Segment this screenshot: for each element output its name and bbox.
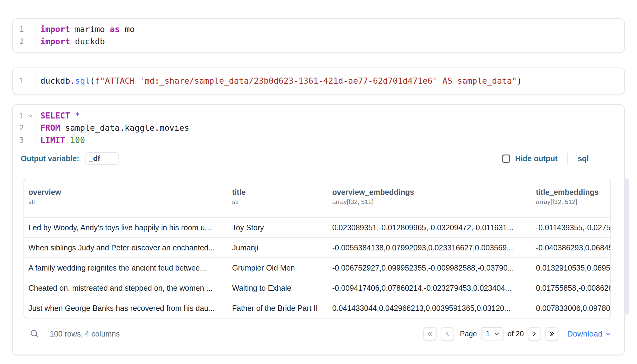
- cell-title-embeddings: 0.007833006,0.097801: [532, 304, 610, 313]
- table-header-row: overview str title str overview_embeddin…: [24, 179, 610, 217]
- table-row: When siblings Judy and Peter discover an…: [24, 237, 610, 257]
- toolbar-divider: [567, 153, 568, 164]
- chevron-down-icon: [494, 331, 500, 337]
- pagination: Page 1 of 20: [423, 327, 559, 340]
- cell-overview: Just when George Banks has recovered fro…: [24, 304, 228, 313]
- code-token: ): [517, 76, 522, 86]
- column-name: title_embeddings: [536, 187, 610, 197]
- code-area: import marimo as mo import duckdb: [35, 23, 624, 48]
- page-label: Page: [460, 329, 477, 338]
- column-dtype: str: [232, 198, 328, 206]
- page-select-value: 1: [486, 329, 490, 338]
- line-number-gutter: 1 2 3: [13, 110, 35, 146]
- cell-title: Waiting to Exhale: [228, 284, 328, 293]
- cell-title-embeddings: 0.01755858,-0.0086286: [532, 284, 610, 293]
- code-token: mo: [125, 24, 135, 34]
- keyword-token: import: [40, 37, 75, 46]
- column-name: overview_embeddings: [332, 187, 532, 197]
- column-dtype: array[f32, 512]: [332, 198, 532, 206]
- number-token: 100: [70, 135, 85, 145]
- cell-overview-embeddings: -0.009417406,0.07860214,-0.023279453,0.0…: [328, 284, 532, 293]
- cell-title: Father of the Bride Part II: [228, 304, 328, 313]
- hide-output-label[interactable]: Hide output: [515, 154, 558, 163]
- line-number: 1: [20, 25, 24, 34]
- table-row: Just when George Banks has recovered fro…: [24, 298, 610, 318]
- line-number: 2: [20, 37, 24, 46]
- cell-overview-embeddings: 0.023089351,-0.012809965,-0.03209472,-0.…: [328, 223, 532, 232]
- code-token: marimo: [75, 24, 110, 34]
- chevron-down-icon: [605, 331, 611, 337]
- code-line: import marimo as mo: [40, 23, 624, 35]
- cell-title: Jumanji: [228, 243, 328, 252]
- code-token: (: [90, 76, 95, 86]
- line-number: 1: [20, 77, 24, 85]
- column-header-overview[interactable]: overview str: [24, 187, 228, 206]
- table-row: A family wedding reignites the ancient f…: [24, 257, 610, 278]
- download-label: Download: [567, 329, 602, 339]
- cell-title: Toy Story: [228, 223, 328, 232]
- cell-overview: Cheated on, mistreated and stepped on, t…: [24, 284, 228, 293]
- table-row: Led by Woody, Andy's toys live happily i…: [24, 217, 610, 237]
- column-name: overview: [28, 187, 228, 197]
- column-header-title[interactable]: title str: [228, 187, 328, 206]
- output-area: overview str title str overview_embeddin…: [13, 168, 624, 318]
- code-cell-imports: 1 2 import marimo as mo import duckdb: [12, 18, 625, 53]
- first-page-button[interactable]: [423, 327, 437, 340]
- code-editor[interactable]: 1 2 import marimo as mo import duckdb: [13, 23, 624, 48]
- function-token: sql: [75, 76, 90, 86]
- previous-page-button[interactable]: [441, 327, 454, 340]
- search-icon[interactable]: [30, 329, 39, 339]
- sql-cell-toolbar: Output variable: Hide output sql: [13, 149, 624, 168]
- language-label[interactable]: sql: [578, 154, 589, 163]
- code-token: duckdb: [40, 76, 70, 86]
- code-token: duckdb: [75, 37, 105, 46]
- table-row: Cheated on, mistreated and stepped on, t…: [24, 278, 610, 298]
- cell-title-embeddings: -0.011439355,-0.02752: [532, 223, 610, 232]
- cell-title-embeddings: 0.0132910535,0.06958: [532, 264, 610, 272]
- cell-overview-embeddings: -0.0055384138,0.07992093,0.023316627,0.0…: [328, 243, 532, 252]
- line-number: 3: [20, 136, 24, 144]
- code-editor[interactable]: 1 duckdb.sql(f"ATTACH 'md:_share/sample_…: [13, 75, 624, 87]
- cell-overview: When siblings Judy and Peter discover an…: [24, 243, 228, 252]
- download-button[interactable]: Download: [567, 329, 611, 339]
- cell-overview: A family wedding reignites the ancient f…: [24, 264, 228, 272]
- keyword-token: LIMIT: [40, 135, 70, 145]
- code-editor[interactable]: 1 2 3 SELECT * FROM sample_data.kaggle.m…: [13, 105, 624, 149]
- column-dtype: array[f32, 512]: [536, 198, 610, 206]
- code-line: duckdb.sql(f"ATTACH 'md:_share/sample_da…: [40, 75, 624, 87]
- hide-output-checkbox[interactable]: [502, 155, 510, 163]
- cell-overview: Led by Woody, Andy's toys live happily i…: [24, 223, 228, 232]
- column-name: title: [232, 187, 328, 197]
- line-number-gutter: 1: [13, 75, 35, 87]
- cell-title-embeddings: -0.040386293,0.06845: [532, 243, 610, 252]
- code-line: LIMIT 100: [40, 134, 624, 146]
- page-total-label: of 20: [508, 329, 524, 338]
- code-token: sample_data.kaggle.movies: [65, 123, 189, 133]
- keyword-token: as: [110, 24, 125, 34]
- last-page-button[interactable]: [545, 327, 559, 340]
- dataframe-table: overview str title str overview_embeddin…: [24, 179, 611, 318]
- line-number-gutter: 1 2: [13, 23, 35, 48]
- sql-cell: 1 2 3 SELECT * FROM sample_data.kaggle.m…: [12, 104, 625, 355]
- page-select[interactable]: 1: [481, 327, 504, 340]
- code-token: .: [70, 76, 75, 86]
- fold-chevron-icon[interactable]: [27, 113, 33, 118]
- string-token: "ATTACH 'md:_share/sample_data/23b0d623-…: [100, 76, 517, 86]
- code-line: import duckdb: [40, 35, 624, 48]
- code-cell-attach: 1 duckdb.sql(f"ATTACH 'md:_share/sample_…: [12, 67, 625, 94]
- code-line: SELECT *: [40, 110, 624, 122]
- column-header-title-embeddings[interactable]: title_embeddings array[f32, 512]: [532, 187, 610, 206]
- operator-token: *: [75, 111, 80, 120]
- column-dtype: str: [28, 198, 228, 206]
- code-area: duckdb.sql(f"ATTACH 'md:_share/sample_da…: [35, 75, 624, 87]
- fstring-prefix-token: f: [95, 76, 100, 86]
- line-number: 2: [20, 124, 24, 132]
- output-scrollbar[interactable]: [625, 178, 629, 315]
- code-line: FROM sample_data.kaggle.movies: [40, 122, 624, 134]
- next-page-button[interactable]: [528, 327, 541, 340]
- table-footer: 100 rows, 4 columns Page 1 of 20 Down: [24, 327, 611, 340]
- row-summary: 100 rows, 4 columns: [50, 329, 120, 338]
- cell-title: Grumpier Old Men: [228, 264, 328, 272]
- output-variable-input[interactable]: [85, 152, 119, 165]
- column-header-overview-embeddings[interactable]: overview_embeddings array[f32, 512]: [328, 187, 532, 206]
